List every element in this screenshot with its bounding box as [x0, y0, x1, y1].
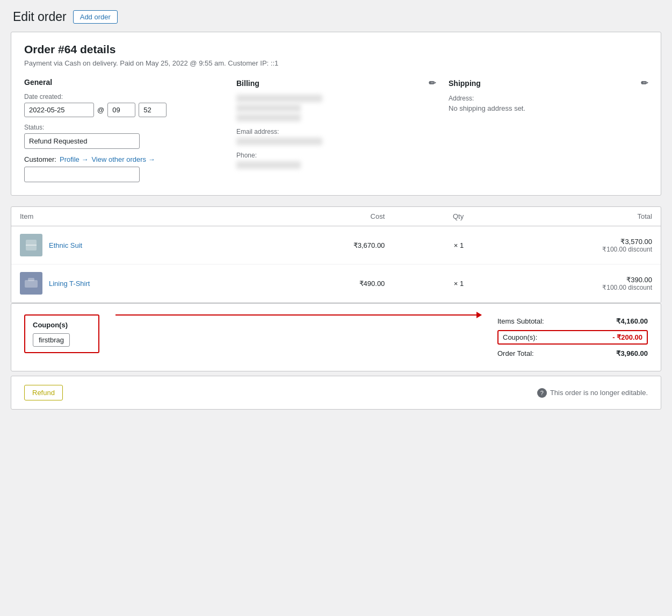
item-total-value: ₹3,570.00	[481, 238, 652, 246]
footer-section: Refund ? This order is no longer editabl…	[11, 376, 661, 409]
billing-name-blur	[236, 95, 322, 102]
date-row: @	[24, 103, 223, 117]
date-label: Date created:	[24, 93, 223, 101]
col-item: Item	[11, 207, 257, 226]
item-discount: ₹100.00 discount	[481, 246, 652, 253]
item-total: ₹3,570.00₹100.00 discount	[472, 226, 661, 264]
arrow-container	[115, 314, 481, 316]
page-title: Edit order	[13, 10, 67, 24]
order-sections: General Date created: @ Status: Pending …	[24, 78, 648, 182]
general-section: General Date created: @ Status: Pending …	[24, 78, 223, 182]
billing-city-blur	[236, 114, 301, 121]
item-qty: × 1	[393, 226, 472, 264]
at-separator: @	[97, 106, 104, 114]
email-label: Email address:	[236, 128, 436, 135]
order-meta: Payment via Cash on delivery. Paid on Ma…	[24, 59, 648, 67]
order-total-value: ₹3,960.00	[616, 349, 648, 357]
not-editable-text: This order is no longer editable.	[550, 389, 648, 397]
address-label: Address:	[449, 95, 648, 102]
shipping-address: Address: No shipping address set.	[449, 95, 648, 112]
item-total-value: ₹390.00	[481, 276, 652, 284]
order-total-row: Order Total: ₹3,960.00	[497, 347, 648, 360]
item-cost: ₹490.00	[257, 264, 394, 303]
customer-links: Customer: Profile → View other orders →	[24, 155, 223, 163]
svg-rect-5	[28, 278, 34, 281]
customer-select[interactable]	[24, 167, 140, 182]
item-cell: Lining T-Shirt	[20, 272, 248, 295]
coupon-section-label: Coupon(s)	[33, 321, 91, 329]
item-cell: Ethnic Suit	[20, 234, 248, 256]
item-cell-0: Ethnic Suit	[11, 226, 257, 264]
table-row: Ethnic Suit ₹3,670.00× 1₹3,570.00₹100.00…	[11, 226, 661, 264]
item-image	[20, 272, 42, 295]
totals-card: Coupon(s) firstbrag Items Subtotal: ₹4,1…	[11, 303, 661, 371]
svg-rect-4	[25, 280, 38, 288]
general-title: General	[24, 78, 52, 87]
subtotal-row: Items Subtotal: ₹4,160.00	[497, 314, 648, 328]
view-orders-link[interactable]: View other orders →	[91, 155, 155, 163]
address-value: No shipping address set.	[449, 104, 648, 112]
subtotal-label: Items Subtotal:	[497, 317, 544, 325]
status-label: Status:	[24, 124, 223, 131]
item-name[interactable]: Lining T-Shirt	[49, 280, 90, 288]
coupons-value: - ₹200.00	[612, 333, 642, 341]
billing-email-blur	[236, 138, 322, 145]
billing-edit-icon[interactable]: ✏	[429, 78, 436, 88]
coupon-code: firstbrag	[33, 333, 70, 347]
item-total: ₹390.00₹100.00 discount	[472, 264, 661, 303]
status-select[interactable]: Pending payment Processing On hold Compl…	[24, 133, 140, 149]
totals-section: Coupon(s) firstbrag Items Subtotal: ₹4,1…	[11, 304, 661, 371]
customer-select-wrapper	[24, 167, 223, 182]
billing-title: Billing	[236, 79, 259, 88]
billing-section: Billing ✏ Email address: Phone:	[236, 78, 436, 182]
shipping-edit-icon[interactable]: ✏	[641, 78, 648, 88]
order-details-card: Order #64 details Payment via Cash on de…	[11, 32, 661, 196]
billing-phone-blur	[236, 161, 301, 169]
items-table: Item Cost Qty Total Ethnic Suit ₹3,670.0…	[11, 207, 661, 303]
table-row: Lining T-Shirt ₹490.00× 1₹390.00₹100.00 …	[11, 264, 661, 303]
not-editable-notice: ? This order is no longer editable.	[537, 388, 648, 398]
red-arrow	[115, 314, 481, 316]
time-hour-input[interactable]	[107, 103, 135, 117]
subtotal-value: ₹4,160.00	[616, 317, 648, 325]
profile-link[interactable]: Profile →	[60, 155, 88, 163]
billing-address-blur	[236, 104, 301, 112]
coupons-label: Coupon(s):	[503, 333, 537, 341]
footer-card: Refund ? This order is no longer editabl…	[11, 376, 661, 410]
col-cost: Cost	[257, 207, 394, 226]
item-name[interactable]: Ethnic Suit	[49, 241, 82, 249]
coupon-total-row: Coupon(s): - ₹200.00	[497, 330, 648, 345]
col-total: Total	[472, 207, 661, 226]
item-cell-1: Lining T-Shirt	[11, 264, 257, 303]
item-image-icon	[21, 235, 41, 255]
items-card: Item Cost Qty Total Ethnic Suit ₹3,670.0…	[11, 206, 661, 303]
item-cost: ₹3,670.00	[257, 226, 394, 264]
help-icon[interactable]: ?	[537, 388, 547, 398]
status-select-wrapper: Pending payment Processing On hold Compl…	[24, 133, 223, 149]
shipping-title: Shipping	[449, 79, 481, 88]
col-qty: Qty	[393, 207, 472, 226]
time-minute-input[interactable]	[139, 103, 167, 117]
order-total-label: Order Total:	[497, 349, 534, 357]
page-header: Edit order Add order	[0, 0, 672, 32]
item-image	[20, 234, 42, 256]
shipping-section: Shipping ✏ Address: No shipping address …	[449, 78, 648, 182]
refund-button[interactable]: Refund	[24, 385, 63, 400]
customer-label: Customer:	[24, 155, 56, 163]
add-order-button[interactable]: Add order	[73, 10, 118, 24]
phone-label: Phone:	[236, 152, 436, 159]
coupon-side: Coupon(s) firstbrag	[24, 314, 99, 353]
item-image-icon	[21, 274, 41, 293]
order-heading: Order #64 details	[24, 43, 648, 56]
item-qty: × 1	[393, 264, 472, 303]
date-input[interactable]	[24, 103, 94, 117]
coupon-box: Coupon(s) firstbrag	[24, 314, 99, 353]
totals-side: Items Subtotal: ₹4,160.00 Coupon(s): - ₹…	[497, 314, 648, 360]
item-discount: ₹100.00 discount	[481, 284, 652, 291]
